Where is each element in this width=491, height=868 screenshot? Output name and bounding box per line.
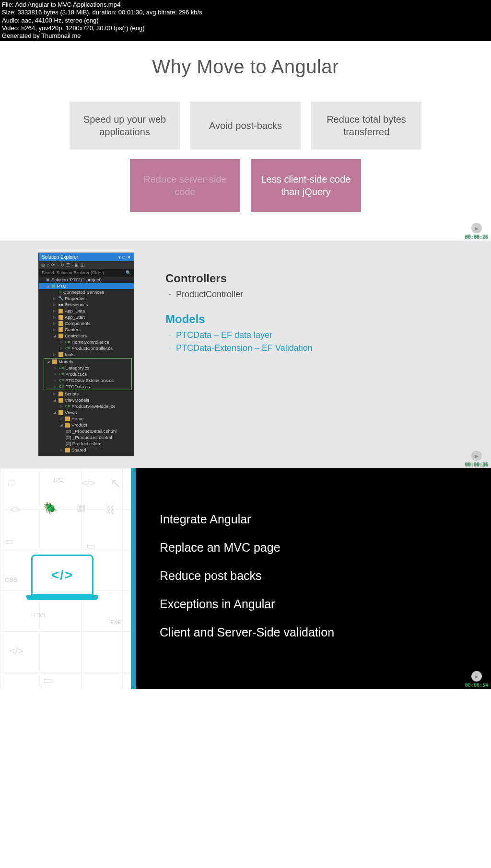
expand-icon[interactable]: [60, 448, 64, 452]
homeview-label: Home: [71, 416, 83, 421]
properties-node[interactable]: 🔧Properties: [39, 295, 134, 301]
collapse-icon[interactable]: ☶: [66, 263, 70, 267]
expand-icon[interactable]: [53, 296, 57, 301]
productview-node[interactable]: Product: [39, 422, 134, 428]
slide2-text: Controllers ProductController Models PTC…: [165, 253, 313, 456]
ptcdata-node[interactable]: C#PTCData.cs: [44, 383, 131, 390]
expand-icon[interactable]: [60, 404, 64, 408]
pin-icon[interactable]: □: [123, 255, 125, 260]
expand-icon[interactable]: [53, 327, 57, 332]
accent-bar: [131, 468, 136, 689]
explorer-toolbar[interactable]: ◎ ⌂ ⟳ · ↻ ☶ · ⊞ ◫: [39, 261, 134, 269]
expand-icon[interactable]: [53, 410, 57, 415]
explorer-search[interactable]: Search Solution Explorer (Ctrl+;) 🔍: [39, 269, 134, 277]
proddetail-node[interactable]: [@]_ProductDetail.cshtml: [39, 428, 134, 434]
prodctrl-label: ProductController.cs: [71, 346, 113, 351]
appdata-node[interactable]: App_Data: [39, 308, 134, 314]
appdata-label: App_Data: [65, 308, 85, 313]
project-node[interactable]: ▤ PTC: [39, 283, 134, 289]
references-node[interactable]: ■■References: [39, 301, 134, 308]
prodlist-node[interactable]: [@]_ProductList.cshtml: [39, 434, 134, 440]
close-icon[interactable]: ✕: [127, 255, 131, 260]
prodvm-node[interactable]: C#ProductViewModel.cs: [39, 403, 134, 409]
wrench-icon: 🔧: [58, 296, 63, 301]
expand-icon[interactable]: [53, 302, 57, 307]
homectrl-label: HomeController.cs: [71, 339, 109, 345]
explorer-tree[interactable]: ▣ Solution 'PTC' (1 project) ▤ PTC ⊕Conn…: [39, 277, 134, 456]
category-node[interactable]: C#Category.cs: [44, 365, 131, 371]
ptcext-node[interactable]: C#PTCData-Extensions.cs: [44, 377, 131, 383]
expand-icon[interactable]: [47, 284, 50, 288]
scripts-node[interactable]: Scripts: [39, 391, 134, 397]
expand-icon[interactable]: [54, 372, 58, 376]
proddetail-label: _ProductDetail.cshtml: [72, 428, 117, 434]
folder-icon: [58, 321, 63, 326]
window-controls[interactable]: ▾ □ ✕: [118, 255, 131, 260]
expand-icon[interactable]: [47, 359, 51, 364]
card-reduce-server: Reduce server-side code: [130, 159, 240, 212]
folder-icon: [65, 417, 70, 421]
expand-icon[interactable]: [54, 384, 58, 389]
product-node[interactable]: C#Product.cs: [44, 371, 131, 377]
code-bracket-icon: </>: [82, 478, 95, 489]
components-node[interactable]: Components: [39, 320, 134, 326]
properties-icon[interactable]: ⊞: [75, 263, 79, 267]
css-file-icon: CSS: [5, 576, 18, 583]
prodctrl-node[interactable]: C#ProductController.cs: [39, 345, 134, 351]
folder-icon: [58, 327, 63, 332]
card-row-1: Speed up your web applications Avoid pos…: [19, 102, 472, 150]
expand-icon[interactable]: [53, 321, 57, 325]
slide3-left-panel: ▭ JPG </> ↖ <> 🪲 ▦ ⛓ ▭ ▭ CSS HTML EXE </…: [0, 468, 131, 689]
views-node[interactable]: Views: [39, 409, 134, 416]
refresh-icon[interactable]: ↻: [60, 263, 64, 267]
agenda-item-5: Client and Server-Side validation: [160, 625, 334, 639]
sync-icon[interactable]: ⟳: [51, 263, 55, 267]
connected-node[interactable]: ⊕Connected Services: [39, 289, 134, 295]
expand-icon[interactable]: [53, 315, 57, 319]
homectrl-node[interactable]: C#HomeController.cs: [39, 339, 134, 345]
play-icon: ▶: [471, 671, 482, 682]
expand-icon[interactable]: [54, 366, 58, 370]
components-label: Components: [65, 321, 91, 326]
project-label: PTC: [57, 283, 66, 289]
expand-icon[interactable]: [53, 398, 57, 402]
expand-icon[interactable]: [60, 340, 64, 344]
solution-node[interactable]: ▣ Solution 'PTC' (1 project): [39, 277, 134, 283]
fonts-node[interactable]: fonts: [39, 351, 134, 358]
css-chip-icon: ▭: [5, 535, 14, 547]
back-icon[interactable]: ◎: [41, 263, 45, 267]
models-heading: Models: [165, 312, 313, 326]
expand-icon[interactable]: [53, 352, 57, 357]
expand-icon[interactable]: [53, 309, 57, 313]
expand-icon[interactable]: [60, 423, 64, 427]
dropdown-icon[interactable]: ▾: [118, 255, 121, 260]
home-icon[interactable]: ⌂: [47, 263, 49, 267]
controllers-node[interactable]: Controllers: [39, 333, 134, 339]
viewmodels-node[interactable]: ViewModels: [39, 397, 134, 403]
expand-icon[interactable]: [60, 346, 64, 350]
bug-icon: 🪲: [43, 502, 58, 515]
controllers-item-1: ProductController: [165, 288, 313, 301]
show-icon[interactable]: ◫: [81, 263, 85, 267]
size-info: Size: 3333816 bytes (3.18 MiB), duration…: [2, 9, 489, 16]
models-node[interactable]: Models: [44, 359, 131, 365]
agenda-item-2: Replace an MVC page: [160, 541, 334, 555]
expand-icon[interactable]: [54, 378, 58, 382]
content-node[interactable]: Content: [39, 326, 134, 333]
models-highlight-box: Models C#Category.cs C#Product.cs C#PTCD…: [44, 358, 132, 390]
homeview-node[interactable]: Home: [39, 416, 134, 422]
solution-explorer[interactable]: Solution Explorer ▾ □ ✕ ◎ ⌂ ⟳ · ↻ ☶ · ⊞ …: [38, 253, 134, 456]
expand-icon[interactable]: [53, 392, 57, 396]
shared-node[interactable]: Shared: [39, 447, 134, 453]
play-icon: ▶: [471, 451, 482, 461]
cs-icon: C#: [65, 340, 70, 344]
controllers-label: Controllers: [65, 333, 87, 338]
expand-icon[interactable]: [53, 334, 57, 338]
timestamp-1: 00:00:26: [465, 234, 488, 240]
folder-icon: [58, 410, 63, 415]
search-icon[interactable]: 🔍: [126, 270, 131, 275]
expand-icon[interactable]: [60, 417, 64, 421]
prodcshtml-node[interactable]: [@]Product.cshtml: [39, 440, 134, 447]
appstart-node[interactable]: App_Start: [39, 314, 134, 320]
models-item-1: PTCData – EF data layer: [165, 329, 313, 342]
